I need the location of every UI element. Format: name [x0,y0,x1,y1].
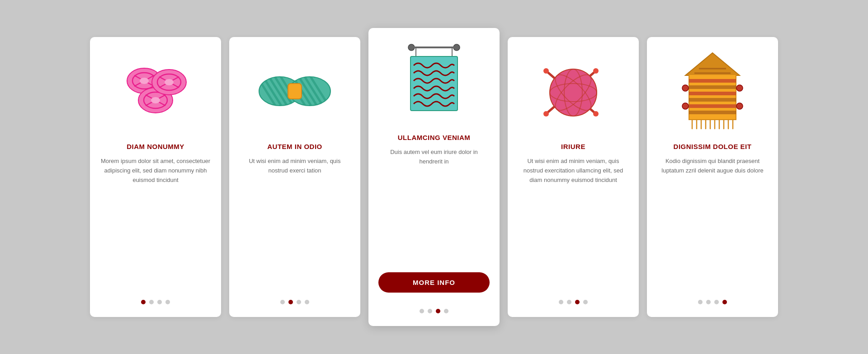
card-2: AUTEM IN ODIO Ut wisi enim ad minim veni… [229,37,360,317]
svg-point-39 [593,111,599,116]
dot [288,300,293,304]
card-3: ULLAMCING VENIAM Duis autem vel eum iriu… [368,28,500,326]
svg-rect-51 [689,79,736,83]
dot [428,309,432,313]
dot [305,300,309,304]
svg-rect-52 [689,85,736,89]
card-5-title: DIGNISSIM DOLOE EIT [674,143,752,150]
svg-point-38 [543,111,549,116]
dot [420,309,424,313]
card-5-dots [698,300,727,307]
dot [567,300,571,304]
yarn-skeins-icon [115,51,196,132]
dot [444,309,448,313]
woven-rug-icon [672,51,753,132]
svg-point-69 [682,103,689,109]
dot [706,300,711,304]
card-1: DIAM NONUMMY Morem ipsum dolor sit amet,… [90,37,221,317]
knit-swatch-icon [393,42,475,123]
svg-point-68 [736,85,743,91]
dot [280,300,285,304]
card-4-title: IRIURE [561,143,585,150]
card-1-body: Morem ipsum dolor sit amet, consectetuer… [100,157,211,292]
svg-rect-53 [689,92,736,95]
dot [722,300,727,304]
dot [141,300,146,304]
card-2-title: AUTEM IN ODIO [267,143,322,150]
card-3-dots [420,309,448,316]
svg-marker-47 [685,53,740,75]
svg-point-67 [682,85,689,91]
svg-rect-56 [689,111,736,114]
dot [149,300,154,304]
card-5: DIGNISSIM DOLOE EIT Kodio dignissim qui … [647,37,778,317]
card-3-body: Duis autem vel eum iriure dolor in hendr… [378,148,490,264]
dot [559,300,563,304]
more-info-button[interactable]: MORE INFO [378,272,490,293]
card-4: IRIURE Ut wisi enim ad minim veniam, qui… [508,37,639,317]
dot [436,309,440,313]
cards-container: DIAM NONUMMY Morem ipsum dolor sit amet,… [63,0,805,354]
dot [698,300,703,304]
card-3-title: ULLAMCING VENIAM [398,134,471,141]
card-1-title: DIAM NONUMMY [127,143,184,150]
dot [583,300,588,304]
dot [575,300,580,304]
dot [157,300,162,304]
svg-point-70 [736,103,743,109]
svg-rect-29 [288,84,302,99]
dot [714,300,719,304]
svg-rect-55 [689,104,736,108]
svg-point-4 [140,78,149,84]
card-2-body: Ut wisi enim ad minim veniam, quis nostr… [239,157,350,292]
card-4-dots [559,300,588,307]
card-5-body: Kodio dignissim qui blandit praesent lup… [657,157,768,292]
card-1-dots [141,300,170,307]
ribbon-bow-icon [254,51,335,132]
card-4-body: Ut wisi enim ad minim veniam, quis nostr… [518,157,629,292]
dot [297,300,301,304]
yarn-ball-needles-icon [533,51,614,132]
svg-point-9 [151,97,160,103]
svg-point-14 [165,79,174,85]
dot [165,300,170,304]
card-2-dots [280,300,309,307]
svg-rect-54 [689,98,736,102]
svg-point-40 [543,68,549,74]
svg-point-41 [593,68,599,74]
